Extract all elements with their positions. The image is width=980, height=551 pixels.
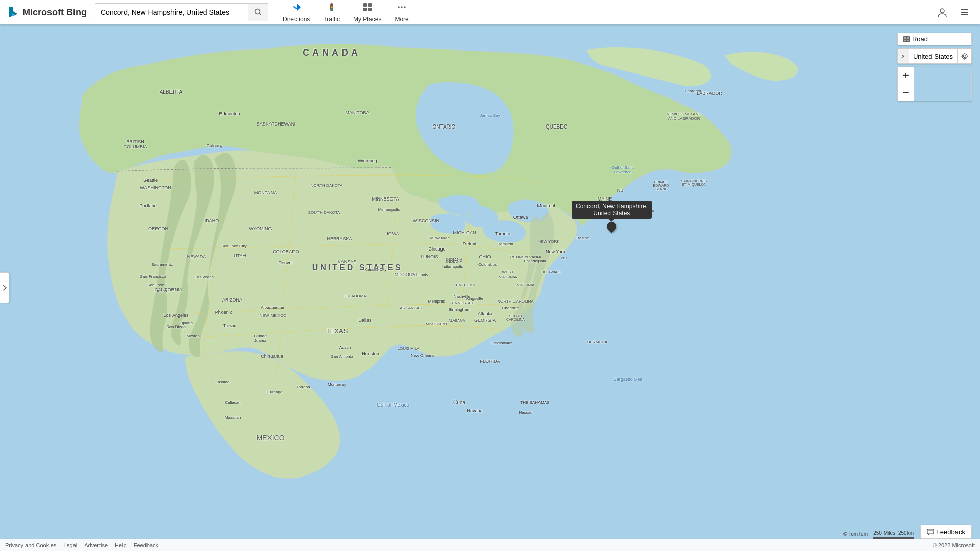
footer-legal[interactable]: Legal <box>63 542 77 548</box>
zoom-out-button[interactable]: − <box>898 84 914 101</box>
nav-my-places[interactable]: My Places <box>347 0 387 25</box>
nav-items: Directions Traffic <box>277 0 415 25</box>
svg-point-27 <box>962 54 967 59</box>
svg-point-26 <box>963 55 966 58</box>
search-box[interactable] <box>95 3 268 21</box>
directions-icon <box>291 2 302 15</box>
nav-more-label: More <box>395 16 408 23</box>
zoom-controls: + − <box>897 67 972 101</box>
tomtom-attribution: © TomTom <box>843 531 868 537</box>
svg-rect-24 <box>904 40 906 41</box>
scale-miles: 250 Miles <box>873 530 895 536</box>
location-pin: Concord, New Hampshire, United States <box>572 201 652 231</box>
more-svg <box>397 2 407 12</box>
copyright: © 2022 Microsoft <box>933 542 975 548</box>
my-places-icon <box>362 2 373 15</box>
feedback-icon <box>927 529 934 536</box>
svg-point-4 <box>331 4 333 6</box>
map-container[interactable]: CANADAUNITED STATESALBERTABRITISHCOLUMBI… <box>0 24 980 551</box>
logo-text: Microsoft Bing <box>22 7 87 18</box>
nav-more[interactable]: More <box>388 0 414 25</box>
more-icon <box>397 2 407 15</box>
search-input[interactable] <box>95 4 248 21</box>
svg-rect-21 <box>903 36 910 42</box>
user-button[interactable] <box>933 3 951 21</box>
user-icon <box>937 7 948 18</box>
svg-point-14 <box>940 9 944 13</box>
bing-logo-icon <box>6 5 20 19</box>
search-button[interactable] <box>248 4 268 21</box>
svg-line-2 <box>259 14 261 16</box>
svg-rect-7 <box>363 3 367 7</box>
header: Microsoft Bing Directions <box>0 0 980 24</box>
pin-dot <box>605 220 618 233</box>
pin-label-line2: United States <box>593 210 630 217</box>
svg-point-11 <box>398 6 400 8</box>
footer-advertise[interactable]: Advertise <box>84 542 108 548</box>
search-icon <box>254 8 262 16</box>
svg-point-5 <box>331 6 333 8</box>
nav-directions[interactable]: Directions <box>277 0 316 25</box>
svg-rect-9 <box>363 8 367 11</box>
nav-traffic-label: Traffic <box>323 16 340 23</box>
svg-rect-10 <box>368 8 372 11</box>
my-places-svg <box>362 2 373 12</box>
menu-button[interactable] <box>955 3 974 21</box>
feedback-label: Feedback <box>936 528 965 536</box>
svg-point-1 <box>255 9 260 14</box>
traffic-svg <box>327 2 337 12</box>
svg-point-6 <box>331 8 333 10</box>
chevron-right-small-icon <box>901 54 905 59</box>
svg-rect-23 <box>907 37 909 39</box>
road-view-button[interactable]: Road <box>897 33 972 45</box>
region-label: United States <box>909 51 957 62</box>
chevron-right-icon <box>2 284 7 291</box>
svg-rect-20 <box>715 127 980 551</box>
svg-rect-32 <box>927 529 934 534</box>
road-icon <box>903 36 910 43</box>
svg-point-13 <box>404 6 406 8</box>
region-selector[interactable]: United States <box>897 48 972 64</box>
footer: Privacy and Cookies Legal Advertise Help… <box>0 539 980 551</box>
traffic-icon <box>327 2 337 15</box>
map-controls: Road United States + <box>897 33 972 101</box>
pin-label-line1: Concord, New Hampshire, <box>576 203 648 210</box>
road-label: Road <box>912 35 928 43</box>
logo-area[interactable]: Microsoft Bing <box>6 5 87 19</box>
zoom-in-button[interactable]: + <box>898 67 914 84</box>
scale-bar: 250 Miles 250km <box>873 530 914 539</box>
svg-rect-22 <box>904 37 906 39</box>
map-svg <box>0 24 980 551</box>
footer-help[interactable]: Help <box>115 542 127 548</box>
scale-km: 250km <box>898 530 914 536</box>
svg-point-12 <box>401 6 403 8</box>
region-expand-button[interactable] <box>898 49 909 63</box>
footer-privacy[interactable]: Privacy and Cookies <box>5 542 56 548</box>
footer-feedback-link[interactable]: Feedback <box>134 542 158 548</box>
feedback-button[interactable]: Feedback <box>920 525 972 539</box>
pin-label: Concord, New Hampshire, United States <box>572 201 652 219</box>
nav-my-places-label: My Places <box>353 16 381 23</box>
region-settings-button[interactable] <box>957 49 971 63</box>
directions-svg <box>291 2 302 12</box>
hamburger-icon <box>960 8 969 17</box>
svg-rect-25 <box>907 40 909 41</box>
header-right <box>933 3 974 21</box>
svg-rect-8 <box>368 3 372 7</box>
nav-directions-label: Directions <box>283 16 310 23</box>
settings-icon <box>961 53 968 60</box>
nav-traffic[interactable]: Traffic <box>317 0 346 25</box>
side-collapse-button[interactable] <box>0 272 9 303</box>
